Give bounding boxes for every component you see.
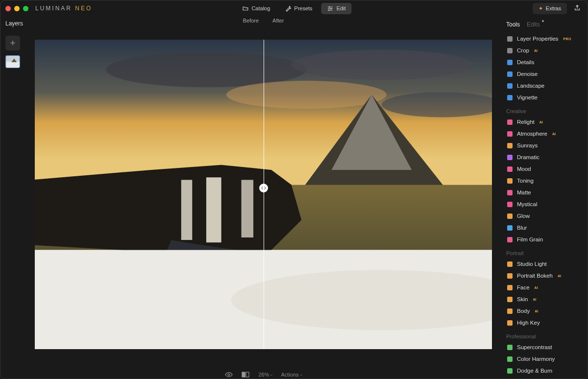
tool-portrait-bokeh[interactable]: Portrait BokehAI — [506, 270, 581, 282]
share-icon — [574, 4, 581, 11]
canvas-footer: 26% Actions — [35, 372, 492, 378]
maximize-window-button[interactable] — [23, 6, 28, 11]
tool-label: Film Grain — [517, 237, 543, 242]
sliders-icon — [327, 5, 334, 12]
layer-properties-icon — [506, 35, 513, 42]
mystical-icon — [506, 201, 513, 208]
svg-rect-26 — [242, 372, 245, 377]
color-harmony-icon — [506, 355, 513, 362]
portrait-bokeh-icon — [506, 272, 513, 279]
drag-handle-icon — [261, 186, 266, 190]
tool-color-harmony[interactable]: Color Harmony — [506, 353, 581, 365]
tool-label: Layer Properties — [517, 36, 558, 42]
after-label: After — [272, 18, 284, 24]
tool-label: Crop — [517, 47, 529, 53]
tool-details[interactable]: Details — [506, 56, 581, 68]
tool-supercontrast[interactable]: Supercontrast — [506, 341, 581, 353]
folder-icon — [242, 5, 248, 12]
tool-mood[interactable]: Mood — [506, 163, 581, 175]
tool-crop[interactable]: CropAI — [506, 45, 581, 56]
skin-icon — [506, 296, 513, 303]
tool-atmosphere[interactable]: AtmosphereAI — [506, 128, 581, 140]
tool-label: Atmosphere — [517, 131, 547, 137]
extras-label: Extras — [546, 5, 561, 11]
tool-clone[interactable]: Clone — [506, 377, 581, 379]
relight-icon — [506, 118, 513, 125]
dodge-burn-icon — [506, 367, 513, 374]
actions-label: Actions — [281, 372, 298, 378]
tool-blur[interactable]: Blur — [506, 222, 581, 234]
details-icon — [506, 59, 513, 66]
tab-edits[interactable]: Edits — [527, 21, 540, 28]
actions-dropdown[interactable]: Actions — [281, 372, 301, 378]
tool-label: Face — [517, 284, 530, 290]
window-controls — [5, 6, 28, 11]
tool-matte[interactable]: Matte — [506, 187, 581, 198]
title-bar: LUMINAR NEO Catalog Presets Edit ✦ Extra… — [0, 0, 588, 16]
presets-label: Presets — [294, 5, 312, 11]
tool-glow[interactable]: Glow — [506, 210, 581, 222]
tool-sunrays[interactable]: Sunrays — [506, 140, 581, 151]
tool-toning[interactable]: Toning — [506, 175, 581, 187]
tool-label: Matte — [517, 190, 531, 195]
tool-face[interactable]: FaceAI — [506, 282, 581, 293]
section-section_professional: Professional — [506, 333, 581, 339]
quick-preview-button[interactable] — [225, 372, 233, 378]
svg-point-15 — [226, 81, 387, 109]
tool-landscape[interactable]: Landscape — [506, 80, 581, 92]
tool-denoise[interactable]: Denoise — [506, 68, 581, 80]
tool-label: Body — [517, 308, 530, 314]
share-button[interactable] — [572, 2, 583, 15]
catalog-button[interactable]: Catalog — [236, 3, 276, 14]
compare-handle[interactable] — [259, 184, 268, 192]
section-section_portrait: Portrait — [506, 250, 581, 256]
crop-icon — [506, 47, 513, 54]
close-window-button[interactable] — [5, 6, 11, 11]
blur-icon — [506, 224, 513, 231]
tool-layer-properties[interactable]: Layer PropertiesPRO — [506, 33, 581, 45]
compare-toggle-button[interactable] — [242, 372, 249, 378]
zoom-dropdown[interactable]: 26% — [258, 372, 272, 378]
minimize-window-button[interactable] — [14, 6, 20, 11]
puzzle-icon: ✦ — [539, 5, 543, 12]
tool-skin[interactable]: SkinAI — [506, 293, 581, 305]
svg-rect-21 — [206, 177, 221, 242]
tool-dramatic[interactable]: Dramatic — [506, 151, 581, 163]
compare-divider[interactable] — [264, 40, 264, 349]
brand-sub: NEO — [75, 5, 92, 12]
tool-body[interactable]: BodyAI — [506, 305, 581, 317]
add-layer-button[interactable]: + — [5, 36, 20, 50]
toning-icon — [506, 177, 513, 184]
tools-panel: Tools Edits Layer PropertiesPROCropAIDet… — [499, 16, 588, 379]
studio-light-icon — [506, 261, 513, 267]
tab-tools[interactable]: Tools — [506, 21, 520, 28]
tool-label: Details — [517, 59, 534, 65]
tool-label: Studio Light — [517, 261, 547, 267]
thumbnail-icon — [6, 56, 20, 68]
extras-button[interactable]: ✦ Extras — [533, 3, 567, 14]
section-section_creative: Creative — [506, 108, 581, 114]
tool-relight[interactable]: RelightAI — [506, 116, 581, 128]
tool-label: Glow — [517, 213, 530, 219]
edit-label: Edit — [337, 5, 346, 11]
svg-point-14 — [292, 49, 472, 79]
mood-icon — [506, 166, 513, 172]
presets-button[interactable]: Presets — [279, 3, 318, 14]
tool-film-grain[interactable]: Film Grain — [506, 234, 581, 245]
catalog-label: Catalog — [251, 5, 270, 11]
tool-label: Vignette — [517, 95, 538, 100]
tool-dodge-burn[interactable]: Dodge & Burn — [506, 365, 581, 377]
layers-panel: + — [0, 16, 25, 379]
tool-label: Sunrays — [517, 142, 538, 148]
tool-studio-light[interactable]: Studio Light — [506, 258, 581, 270]
matte-icon — [506, 189, 513, 196]
edit-button[interactable]: Edit — [321, 3, 352, 14]
tool-mystical[interactable]: Mystical — [506, 198, 581, 210]
sunrays-icon — [506, 142, 513, 149]
tool-high-key[interactable]: High Key — [506, 317, 581, 329]
layer-thumbnail[interactable] — [5, 55, 20, 68]
image-canvas[interactable] — [35, 40, 492, 349]
eye-icon — [225, 372, 233, 378]
compare-icon — [242, 372, 249, 378]
tool-vignette[interactable]: Vignette — [506, 92, 581, 103]
